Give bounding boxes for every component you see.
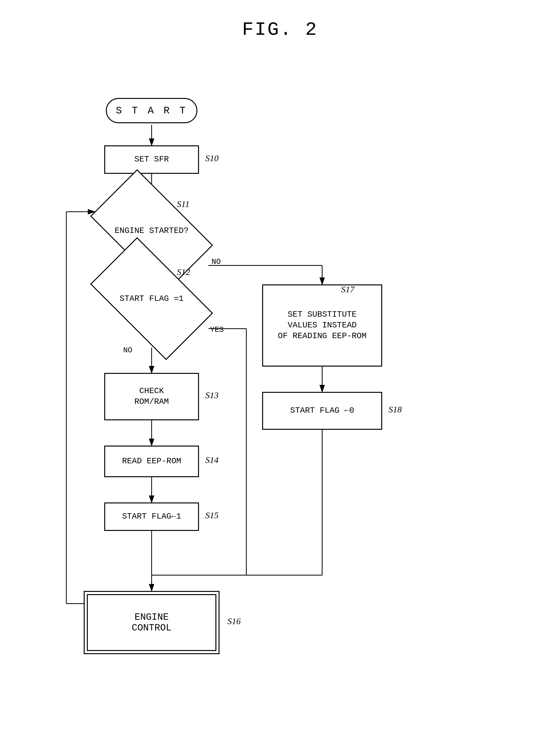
s11-label: S11 [177,199,190,209]
s10-label: S10 [205,153,219,163]
read-eeprom-node: READ EEP-ROM [104,446,199,477]
s14-label: S14 [205,455,219,465]
start-node: S T A R T [106,98,197,123]
engine-control-node: ENGINE CONTROL [84,591,220,654]
set-sfr-node: SET SFR [104,145,199,174]
s12-label: S12 [177,267,190,277]
check-rom-ram-node: CHECK ROM/RAM [104,373,199,420]
s13-label: S13 [205,390,219,401]
s17-label: S17 [341,284,354,294]
start-flag-set0-node: START FLAG ←0 [262,392,382,430]
s15-label: S15 [205,510,219,521]
s11-no-label: NO [212,257,221,266]
s18-label: S18 [388,405,402,415]
page-title: FIG. 2 [0,0,560,40]
start-flag-set1-node: START FLAG←1 [104,503,199,531]
s16-label: S16 [227,616,241,626]
s12-no-label: NO [123,346,132,354]
s12-yes-label: YES [210,325,224,334]
set-substitute-node: SET SUBSTITUTE VALUES INSTEAD OF READING… [262,284,382,367]
